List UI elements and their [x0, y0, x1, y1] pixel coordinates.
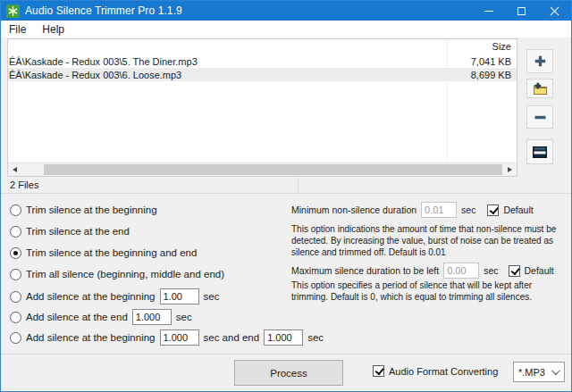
max-silence-label: Maximum silence duration to be left: [291, 265, 439, 276]
format-converting-group: Audio Format Converting: [373, 365, 498, 377]
add-file-button[interactable]: [526, 49, 553, 73]
file-row-selected[interactable]: ÊÂ\Kaskade - Redux 003\6. Loose.mp3 8,69…: [8, 68, 517, 81]
radio-add-silence-end[interactable]: Add silence at the end sec: [10, 308, 192, 326]
maximize-icon: [517, 7, 526, 15]
radio-icon: [10, 204, 21, 216]
add-both-end-seconds-input[interactable]: [264, 329, 303, 346]
radio-trim-end[interactable]: Trim silence at the end: [10, 222, 130, 240]
format-select-value: *.MP3: [518, 367, 545, 378]
options-panel: Trim silence at the beginning Trim silen…: [1, 194, 571, 354]
close-button[interactable]: [538, 1, 571, 21]
plus-icon: [534, 54, 547, 68]
radio-label: Trim silence at the beginning and end: [26, 247, 197, 258]
add-end-seconds-input[interactable]: [132, 309, 172, 325]
scroll-left-button[interactable]: [8, 163, 21, 176]
max-default-label: Default: [525, 265, 554, 276]
app-icon: [6, 4, 20, 18]
max-silence-description: This option specifies a period of silenc…: [291, 279, 570, 303]
size-column-header[interactable]: Size: [492, 41, 511, 52]
list-header[interactable]: Size: [8, 39, 517, 54]
scroll-right-button[interactable]: [503, 163, 517, 176]
minus-icon: [534, 111, 547, 124]
radio-label: Trim silence at the beginning: [26, 204, 157, 215]
radio-label: Trim all silence (beginning, middle and …: [26, 269, 224, 279]
unit-label: sec: [176, 312, 192, 322]
menubar: File Help: [1, 21, 571, 38]
min-default-label: Default: [503, 204, 533, 215]
radio-add-silence-both[interactable]: Add silence at the beginning sec and end…: [10, 329, 324, 346]
remove-file-button[interactable]: [526, 105, 553, 129]
folder-plus-icon: [533, 82, 548, 96]
horizontal-scrollbar[interactable]: [8, 163, 517, 176]
menu-help[interactable]: Help: [34, 21, 72, 38]
clear-list-button[interactable]: [526, 139, 553, 164]
radio-label: Trim silence at the end: [26, 226, 130, 237]
file-size: 7,041 KB: [440, 56, 517, 67]
files-count: 2 Files: [10, 179, 38, 190]
app-window: Audio Silence Trimmer Pro 1.1.9 File Hel…: [0, 0, 572, 392]
minimize-button[interactable]: [472, 1, 505, 21]
maximize-button[interactable]: [505, 1, 538, 21]
clear-list-icon: [533, 146, 547, 158]
status-divider: [298, 178, 299, 192]
unit-label: sec: [307, 332, 324, 343]
radio-trim-beginning[interactable]: Trim silence at the beginning: [10, 201, 157, 219]
radio-icon: [10, 269, 21, 280]
max-silence-row: Maximum silence duration to be left sec …: [291, 262, 554, 279]
audio-format-converting-checkbox[interactable]: [373, 365, 384, 377]
mid-label: sec and end: [204, 332, 260, 343]
window-title: Audio Silence Trimmer Pro 1.1.9: [25, 4, 182, 17]
add-beginning-seconds-input[interactable]: [160, 288, 199, 304]
radio-icon: [10, 332, 21, 344]
menu-file[interactable]: File: [1, 21, 34, 38]
audio-format-converting-label: Audio Format Converting: [389, 366, 498, 377]
radio-add-silence-beginning[interactable]: Add silence at the beginning sec: [10, 288, 219, 305]
radio-label: Add silence at the end: [26, 312, 128, 322]
min-non-silence-description: This option indications the amount of ti…: [291, 223, 570, 258]
scrollbar-thumb[interactable]: [44, 164, 502, 175]
format-select[interactable]: *.MP3: [513, 362, 565, 382]
file-name: ÊÂ\Kaskade - Redux 003\5. The Diner.mp3: [8, 56, 440, 67]
scroll-left-icon: [13, 167, 17, 172]
max-silence-input[interactable]: [443, 263, 479, 279]
add-both-beginning-seconds-input[interactable]: [160, 329, 199, 346]
minimize-icon: [484, 11, 493, 12]
file-name: ÊÂ\Kaskade - Redux 003\6. Loose.mp3: [8, 70, 440, 80]
status-bar: 2 Files: [1, 177, 571, 194]
add-folder-button[interactable]: [526, 79, 553, 98]
radio-label: Add silence at the beginning: [26, 291, 156, 302]
window-controls: [472, 1, 571, 21]
min-non-silence-label: Minimum non-silence duration: [291, 204, 416, 215]
radio-icon-selected: [10, 247, 21, 259]
footer-bar: Process Audio Format Converting *.MP3: [1, 354, 571, 391]
process-button[interactable]: Process: [234, 360, 343, 386]
file-list: Size ÊÂ\Kaskade - Redux 003\5. The Diner…: [7, 38, 517, 177]
close-icon: [550, 6, 559, 16]
unit-label: sec: [484, 265, 498, 276]
titlebar: Audio Silence Trimmer Pro 1.1.9: [1, 1, 571, 21]
min-non-silence-input[interactable]: [421, 202, 457, 218]
unit-label: sec: [204, 291, 220, 302]
unit-label: sec: [461, 204, 475, 215]
radio-icon: [10, 312, 21, 323]
file-size: 8,699 KB: [440, 70, 517, 80]
min-non-silence-row: Minimum non-silence duration sec Default: [291, 201, 534, 219]
radio-icon: [10, 291, 21, 303]
file-row[interactable]: ÊÂ\Kaskade - Redux 003\5. The Diner.mp3 …: [8, 54, 517, 68]
max-default-checkbox[interactable]: [509, 265, 520, 277]
chevron-down-icon: [551, 366, 560, 375]
radio-label: Add silence at the beginning: [26, 332, 156, 343]
radio-icon: [10, 226, 21, 238]
scroll-right-icon: [508, 167, 512, 172]
min-default-checkbox[interactable]: [487, 204, 499, 216]
radio-trim-beginning-and-end[interactable]: Trim silence at the beginning and end: [10, 244, 197, 262]
radio-trim-all[interactable]: Trim all silence (beginning, middle and …: [10, 265, 224, 283]
